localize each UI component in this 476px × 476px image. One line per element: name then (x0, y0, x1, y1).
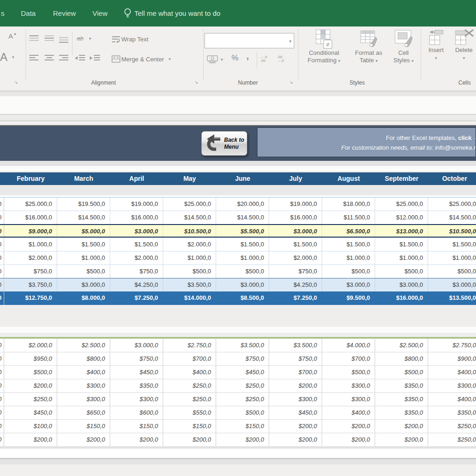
clipped-cell[interactable]: 0 (0, 278, 4, 291)
clipped-cell[interactable]: 0 (0, 433, 4, 446)
clipped-cell[interactable]: 0 (0, 420, 4, 433)
clipped-cell[interactable]: 0 (0, 251, 4, 264)
value-cell[interactable]: $11.500,0 (322, 211, 375, 224)
value-cell[interactable]: $14.500,0 (57, 211, 110, 224)
value-cell[interactable]: $20.000,0 (216, 198, 269, 211)
tab-data[interactable]: Data (21, 0, 36, 26)
value-cell[interactable]: $250,0 (216, 379, 269, 392)
value-cell[interactable]: $450,0 (216, 366, 269, 379)
value-cell[interactable]: $300,0 (110, 393, 163, 406)
value-cell[interactable]: $200,0 (375, 433, 428, 446)
value-cell[interactable]: $16.000,0 (375, 291, 428, 305)
value-cell[interactable]: $8.000,0 (57, 291, 110, 305)
align-center-button[interactable] (44, 54, 54, 62)
value-cell[interactable]: $250,0 (163, 379, 216, 392)
value-cell[interactable]: $650,0 (57, 406, 110, 419)
clipped-cell[interactable]: 0 (0, 238, 4, 251)
value-cell[interactable]: $14.500,0 (216, 211, 269, 224)
value-cell[interactable]: $1.500,0 (269, 238, 322, 251)
value-cell[interactable]: $750,0 (110, 265, 163, 278)
clipped-cell[interactable]: 0 (0, 406, 4, 419)
clipped-cell[interactable]: 0 (0, 393, 4, 406)
value-cell[interactable]: $12.000,0 (375, 211, 428, 224)
value-cell[interactable]: $450,0 (4, 406, 57, 419)
value-cell[interactable]: $300,0 (322, 379, 375, 392)
value-cell[interactable]: $200,0 (269, 433, 322, 446)
value-cell[interactable]: $7.250,0 (269, 291, 322, 305)
value-cell[interactable]: $200,0 (375, 420, 428, 433)
percent-style-button[interactable]: % (231, 53, 238, 63)
value-cell[interactable]: $2.000,0 (4, 339, 57, 352)
value-cell[interactable]: $6.500,0 (322, 225, 375, 237)
value-cell[interactable]: $3.500,0 (269, 339, 322, 352)
value-cell[interactable]: $300,0 (57, 393, 110, 406)
value-cell[interactable]: $350,0 (375, 406, 428, 419)
value-cell[interactable]: $14.500,0 (428, 211, 476, 224)
value-cell[interactable]: $400,0 (322, 406, 375, 419)
clipped-cell[interactable]: 0 (0, 366, 4, 379)
value-cell[interactable]: $500,0 (375, 366, 428, 379)
value-cell[interactable]: $13.500,0 (428, 291, 476, 305)
value-cell[interactable]: $12.750,0 (4, 291, 57, 305)
value-cell[interactable]: $7.250,0 (110, 291, 163, 305)
value-cell[interactable]: $14.500,0 (163, 211, 216, 224)
value-cell[interactable]: $400,0 (428, 393, 476, 406)
value-cell[interactable]: $350,0 (428, 406, 476, 419)
clipped-cell[interactable]: 0 (0, 225, 4, 237)
align-left-button[interactable] (29, 54, 39, 62)
value-cell[interactable]: $500,0 (57, 265, 110, 278)
value-cell[interactable]: $1.500,0 (428, 238, 476, 251)
value-cell[interactable]: $300,0 (57, 379, 110, 392)
value-cell[interactable]: $2.500,0 (57, 339, 110, 352)
back-to-menu-button[interactable]: Back toMenu (201, 131, 247, 156)
decrease-decimal-button[interactable]: .00→.0 (277, 55, 284, 63)
value-cell[interactable]: $1.500,0 (375, 238, 428, 251)
value-cell[interactable]: $250,0 (428, 420, 476, 433)
clipped-cell[interactable]: 0 (0, 379, 4, 392)
value-cell[interactable]: $25.000,0 (4, 198, 57, 211)
value-cell[interactable]: $1.000,0 (375, 251, 428, 264)
value-cell[interactable]: $700,0 (269, 366, 322, 379)
align-bottom-button[interactable] (59, 37, 69, 43)
value-cell[interactable]: $200,0 (269, 420, 322, 433)
value-cell[interactable]: $5.000,0 (57, 225, 110, 237)
value-cell[interactable]: $19.000,0 (110, 198, 163, 211)
value-cell[interactable]: $800,0 (375, 352, 428, 365)
value-cell[interactable]: $950,0 (4, 352, 57, 365)
value-cell[interactable]: $150,0 (216, 420, 269, 433)
increase-indent-button[interactable] (89, 54, 100, 62)
click-link[interactable]: click → (458, 134, 476, 141)
clipped-cell[interactable]: 0 (0, 211, 4, 224)
value-cell[interactable]: $16.000,0 (110, 211, 163, 224)
value-cell[interactable]: $3.500,0 (163, 278, 216, 291)
value-cell[interactable]: $3.000,0 (322, 278, 375, 291)
number-format-combo[interactable]: ▾ (205, 33, 294, 48)
value-cell[interactable]: $3.000,0 (216, 278, 269, 291)
value-cell[interactable]: $3.000,0 (375, 278, 428, 291)
value-cell[interactable]: $1.500,0 (57, 238, 110, 251)
value-cell[interactable]: $16.000,0 (4, 211, 57, 224)
value-cell[interactable]: $200,0 (216, 433, 269, 446)
value-cell[interactable]: $500,0 (216, 406, 269, 419)
clipped-cell[interactable]: 0 (0, 265, 4, 278)
value-cell[interactable]: $3.750,0 (4, 278, 57, 291)
value-cell[interactable]: $750,0 (269, 352, 322, 365)
value-cell[interactable]: $400,0 (163, 366, 216, 379)
value-cell[interactable]: $250,0 (4, 393, 57, 406)
increase-decimal-button[interactable]: ←.0.00 (260, 55, 267, 63)
value-cell[interactable]: $2.500,0 (375, 339, 428, 352)
value-cell[interactable]: $500,0 (375, 265, 428, 278)
formula-bar[interactable] (0, 96, 476, 114)
comma-style-button[interactable]: , (246, 51, 249, 61)
value-cell[interactable]: $200,0 (269, 379, 322, 392)
value-cell[interactable]: $750,0 (216, 352, 269, 365)
value-cell[interactable]: $500,0 (322, 366, 375, 379)
value-cell[interactable]: $300,0 (322, 393, 375, 406)
value-cell[interactable]: $1.000,0 (322, 251, 375, 264)
delete-cells-button[interactable]: Delete▾ (450, 29, 476, 62)
value-cell[interactable]: $750,0 (269, 265, 322, 278)
alignment-dialog-launcher-icon[interactable]: ↘ (194, 79, 198, 85)
value-cell[interactable]: $400,0 (57, 366, 110, 379)
value-cell[interactable]: $250,0 (428, 433, 476, 446)
value-cell[interactable]: $4.250,0 (110, 278, 163, 291)
